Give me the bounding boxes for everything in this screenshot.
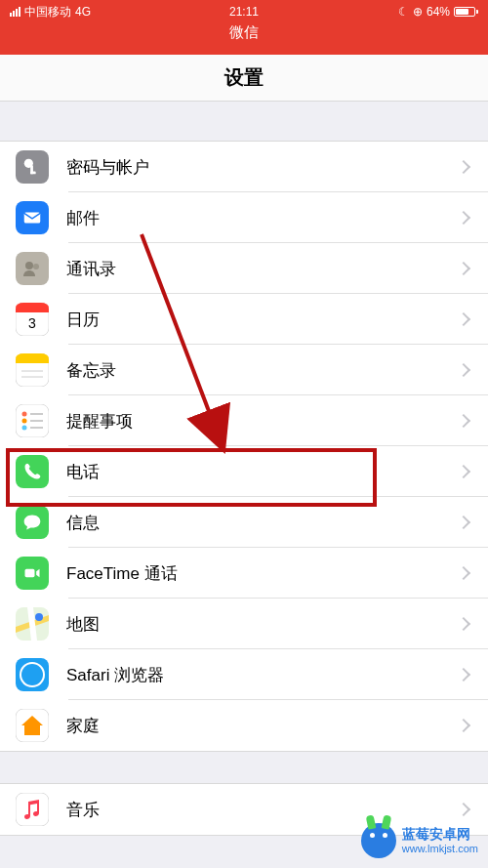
status-bar: 中国移动 4G 21:11 ☾ ⊕ 64% [0,0,488,23]
row-home[interactable]: 家庭 [0,700,488,751]
music-icon [16,793,49,826]
row-label: 密码与帐户 [66,156,459,179]
svg-rect-8 [16,309,49,312]
row-reminders[interactable]: 提醒事项 [0,395,488,446]
row-contacts[interactable]: 通讯录 [0,243,488,294]
chevron-right-icon [457,617,470,631]
row-label: 日历 [66,309,459,331]
network-label: 4G [75,5,91,19]
row-label: 电话 [66,461,459,483]
settings-section: 密码与帐户邮件通讯录3日历备忘录提醒事项电话信息FaceTime 通话地图Saf… [0,141,488,752]
mail-icon [16,201,49,234]
row-facetime[interactable]: FaceTime 通话 [0,548,488,599]
row-label: Safari 浏览器 [66,664,459,686]
page-title: 设置 [224,64,264,91]
status-left: 中国移动 4G [10,4,166,21]
row-label: 家庭 [66,715,459,737]
contacts-icon [16,252,49,285]
chevron-right-icon [457,516,470,529]
status-right: ☾ ⊕ 64% [322,5,478,19]
svg-rect-12 [16,359,49,363]
page-header: 设置 [0,55,488,102]
svg-rect-2 [30,172,36,175]
alarm-icon: ⊕ [413,5,423,19]
signal-icon [10,7,20,17]
svg-text:3: 3 [28,315,36,331]
facetime-icon [16,557,49,590]
chevron-right-icon [457,719,470,732]
section-gap [0,752,488,783]
row-label: 备忘录 [66,359,459,382]
home-icon [16,709,49,742]
svg-rect-22 [25,569,35,577]
nav-title: 微信 [229,23,259,42]
row-mail[interactable]: 邮件 [0,192,488,243]
chevron-right-icon [457,312,470,326]
row-calendar[interactable]: 3日历 [0,294,488,345]
row-passwords[interactable]: 密码与帐户 [0,142,488,192]
maps-icon [16,607,49,641]
chevron-right-icon [457,363,470,377]
chevron-right-icon [457,803,470,816]
settings-section: 音乐 [0,783,488,836]
svg-rect-29 [16,793,49,826]
chevron-right-icon [457,160,470,174]
watermark-url: www.lmkjst.com [402,843,478,854]
chevron-right-icon [457,566,470,580]
chevron-right-icon [457,262,470,275]
reminders-icon [16,404,49,437]
carrier-label: 中国移动 [24,4,71,21]
svg-point-18 [22,426,27,431]
chevron-right-icon [457,465,470,478]
svg-point-24 [35,613,43,621]
calendar-icon: 3 [16,303,49,336]
moon-icon: ☾ [398,5,409,19]
chevron-right-icon [457,414,470,428]
status-time: 21:11 [166,5,322,19]
svg-point-4 [25,262,33,269]
messages-icon [16,506,49,539]
svg-point-17 [22,419,27,424]
safari-icon [16,658,49,691]
svg-point-5 [33,264,39,269]
row-messages[interactable]: 信息 [0,497,488,548]
row-label: 信息 [66,512,459,534]
svg-point-16 [22,412,27,417]
chevron-right-icon [457,668,470,682]
row-label: 邮件 [66,207,459,229]
phone-icon [16,455,49,488]
row-label: FaceTime 通话 [66,562,459,585]
section-gap [0,102,488,141]
battery-pct: 64% [427,5,450,19]
key-icon [16,150,49,184]
row-notes[interactable]: 备忘录 [0,345,488,395]
row-label: 地图 [66,613,459,636]
row-maps[interactable]: 地图 [0,599,488,649]
svg-point-27 [21,664,43,685]
svg-rect-3 [24,213,41,224]
row-safari[interactable]: Safari 浏览器 [0,649,488,700]
row-music[interactable]: 音乐 [0,784,488,835]
battery-icon [454,7,478,17]
row-label: 通讯录 [66,258,459,280]
row-label: 提醒事项 [66,410,459,433]
nav-bar: 微信 [0,23,488,55]
row-phone[interactable]: 电话 [0,446,488,497]
chevron-right-icon [457,211,470,225]
row-label: 音乐 [66,799,459,821]
notes-icon [16,353,49,387]
